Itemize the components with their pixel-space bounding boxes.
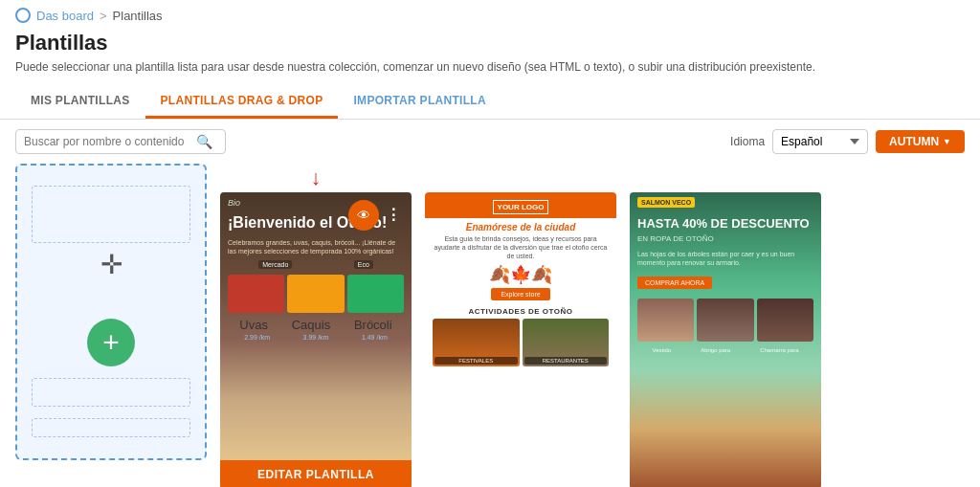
tpl3-logo: SALMON VECO [637, 197, 695, 208]
tpl3-sub-headline: EN ROPA DE OTOÑO [630, 234, 821, 247]
search-icon: 🔍 [196, 134, 212, 149]
arrow-indicator: ↓ [311, 166, 322, 190]
name-uvas: Uvas [239, 318, 268, 332]
breadcrumb: Das board > Plantillas [0, 0, 980, 27]
leaves-icon: 🍂🍁🍂 [489, 265, 552, 284]
label-mercado: Mercado [258, 260, 292, 269]
act-festival: FESTIVALES [433, 319, 520, 366]
new-template-card[interactable]: ✛ + [15, 164, 207, 460]
tabs-bar: MIS PLANTILLAS PLANTILLAS DRAG & DROP IM… [0, 85, 980, 120]
card-image-verdulero: 👁 ⋮ Bio ¡Bienvenido el Otoño! Celebramos… [220, 192, 412, 487]
new-card-bot-section [32, 418, 191, 437]
toolbar: 🔍 Idioma Español English Français Deutsc… [0, 120, 980, 164]
tpl3-logo-wrap: SALMON VECO [630, 192, 702, 212]
tpl3-btn-wrap: COMPRAR AHORA [630, 274, 821, 295]
add-template-button[interactable]: + [87, 319, 135, 366]
dashboard-icon [15, 8, 31, 23]
thumb-abrigo [697, 299, 753, 342]
tab-drag-drop[interactable]: PLANTILLAS DRAG & DROP [145, 85, 339, 119]
tpl2-leaves-area: 🍂🍁🍂 [425, 264, 616, 285]
name-caquis: Caquis [292, 318, 330, 332]
preview-button-verdulero[interactable]: 👁 [348, 200, 379, 231]
breadcrumb-home-link[interactable]: Das board [36, 9, 94, 23]
language-select[interactable]: Español English Français Deutsch [772, 129, 868, 154]
language-label: Idioma [730, 135, 765, 148]
tab-mis-plantillas[interactable]: MIS PLANTILLAS [15, 85, 145, 119]
tpl3-buy-btn: COMPRAR AHORA [637, 277, 712, 289]
festival-badge: FESTIVALES [434, 357, 518, 365]
tpl1-labels: Mercado Eco [220, 258, 412, 271]
name-chamarra: Chamarra para [760, 347, 798, 353]
new-card-mid-section [32, 378, 191, 407]
tab-importar[interactable]: IMPORTAR PLANTILLA [338, 85, 501, 119]
tpl1-body: Celebramos grandes, uvas, caquis, brócol… [220, 235, 412, 258]
tpl2-section-title: ACTIVIDADES DE OTOÑO [425, 302, 616, 319]
page-description: Puede seleccionar una plantilla lista pa… [0, 57, 861, 85]
price-uvas: 2.99 /km [244, 334, 270, 341]
thumb-uvas [228, 275, 284, 313]
tpl2-explore-btn: Explore store [491, 288, 549, 300]
season-button[interactable]: AUTUMN [876, 130, 965, 153]
name-abrigo: Abrigo para [701, 347, 730, 353]
tpl3-headline: HASTA 40% DE DESCUENTO [630, 212, 821, 235]
page-title: Plantillas [0, 27, 980, 57]
label-eco: Eco [354, 260, 373, 269]
tpl2-activities: FESTIVALES RESTAURANTES [425, 319, 616, 370]
template-card-descuento[interactable]: SALMON VECO HASTA 40% DE DESCUENTO EN RO… [630, 192, 821, 487]
tpl1-names: Uvas Caquis Brócoli [220, 317, 412, 333]
tpl2-tagline: Enamórese de la ciudad [425, 218, 616, 234]
template-card-verdulero[interactable]: ↓ 👁 ⋮ Bio ¡Bienvenido el Otoño! Celebram… [220, 192, 412, 487]
tpl1-prices: 2.99 /km 3.99 /km 1.49 /km [220, 333, 412, 344]
language-section: Idioma Español English Français Deutsch … [730, 129, 965, 154]
tpl3-names: Vestido Abrigo para Chamarra para [630, 345, 821, 355]
tpl2-btn-area: Explore store [425, 285, 616, 302]
new-card-top-section [32, 186, 191, 243]
thumb-chamarra [757, 299, 813, 342]
tpl3-thumbnails [630, 295, 821, 345]
name-brocoli: Brócoli [354, 318, 392, 332]
price-caquis: 3.99 /km [303, 334, 329, 341]
thumb-caquis [287, 275, 344, 313]
template-card-eventos[interactable]: YOUR LOGO Enamórese de la ciudad Esta gu… [425, 192, 616, 487]
price-brocoli: 1.49 /km [362, 334, 388, 341]
move-icon: ✛ [100, 249, 122, 280]
tpl2-header: YOUR LOGO [425, 192, 616, 218]
breadcrumb-separator: > [100, 9, 107, 23]
thumb-vestido [637, 299, 694, 342]
more-options-verdulero[interactable]: ⋮ [383, 205, 404, 226]
restaurant-badge: RESTAURANTES [524, 357, 608, 365]
breadcrumb-current: Plantillas [113, 9, 163, 23]
name-vestido: Vestido [652, 347, 671, 353]
card-image-descuento: SALMON VECO HASTA 40% DE DESCUENTO EN RO… [630, 192, 821, 487]
edit-button-verdulero[interactable]: EDITAR PLANTILLA [220, 460, 412, 487]
tpl2-logo: YOUR LOGO [493, 200, 549, 214]
card-image-eventos: YOUR LOGO Enamórese de la ciudad Esta gu… [425, 192, 616, 487]
tpl2-body: Esta guía te brinda consejos, ideas y re… [425, 234, 616, 264]
breadcrumb-home-label: Das board [36, 9, 94, 23]
thumb-brocoli [347, 275, 404, 313]
tpl3-body: Las hojas de los árboles están por caer … [630, 247, 821, 273]
search-input[interactable] [24, 135, 196, 148]
cards-grid: ✛ + ↓ 👁 ⋮ Bio ¡Bienvenido el Otoño! Cele… [0, 164, 980, 487]
tpl1-thumbnails [220, 271, 412, 317]
card-overlay-verdulero: 👁 ⋮ [348, 200, 404, 231]
search-box[interactable]: 🔍 [15, 129, 226, 154]
act-restaurant: RESTAURANTES [523, 319, 610, 366]
